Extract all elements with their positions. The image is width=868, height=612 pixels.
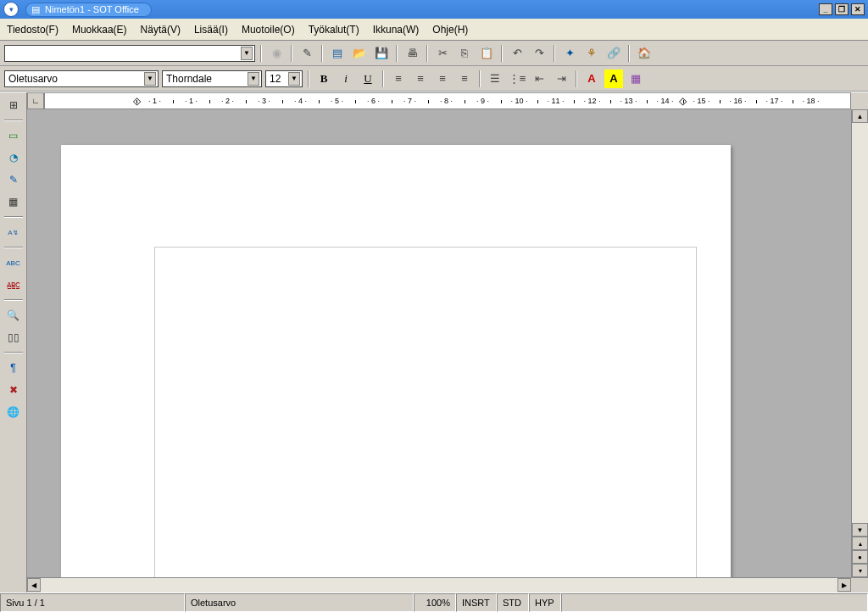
menu-format[interactable]: Muotoile(O) bbox=[242, 24, 295, 36]
save-icon[interactable]: 💾 bbox=[372, 44, 391, 63]
menu-view[interactable]: Näytä(V) bbox=[141, 24, 181, 36]
url-combo[interactable]: ▼ bbox=[4, 45, 255, 62]
gallery-icon[interactable]: 🏠 bbox=[635, 44, 654, 63]
status-selection-mode[interactable]: STD bbox=[497, 593, 529, 612]
draw-functions-icon[interactable]: ✎ bbox=[4, 170, 23, 189]
horizontal-scrollbar[interactable]: ◀ ▶ bbox=[27, 577, 868, 593]
font-size-value: 12 bbox=[270, 73, 281, 85]
cut-icon[interactable]: ✂ bbox=[433, 44, 452, 63]
scroll-right-button[interactable]: ▶ bbox=[837, 578, 851, 592]
menu-bar: Tiedosto(F) Muokkaa(E) Näytä(V) Lisää(I)… bbox=[0, 19, 868, 41]
insert-fields-icon[interactable]: ▭ bbox=[4, 126, 23, 145]
status-bar: Sivu 1 / 1 Oletusarvo 100% INSRT STD HYP bbox=[0, 593, 868, 612]
title-pill: ▤ Nimetön1 - SOT Office bbox=[25, 3, 152, 17]
font-color-button[interactable]: A bbox=[582, 70, 601, 88]
background-color-button[interactable]: ▦ bbox=[626, 70, 645, 88]
hyperlink-icon[interactable]: 🔗 bbox=[604, 44, 623, 63]
align-justify-button[interactable]: ≡ bbox=[455, 70, 474, 88]
paste-icon[interactable]: 📋 bbox=[477, 44, 496, 63]
font-name-combo[interactable]: Thorndale ▼ bbox=[162, 70, 262, 87]
increase-indent-button[interactable]: ⇥ bbox=[552, 70, 570, 88]
online-layout-icon[interactable]: 🌐 bbox=[4, 403, 23, 421]
graphics-onoff-icon[interactable]: ✖ bbox=[4, 381, 23, 399]
status-page: Sivu 1 / 1 bbox=[0, 593, 185, 612]
horizontal-ruler-row: ∟ ◇ ◇ · 1 ·· 1 ·· 2 ·· 3 ·· 4 ·· 5 ·· 6 … bbox=[27, 92, 868, 109]
status-hyphenation[interactable]: HYP bbox=[529, 593, 561, 612]
underline-button[interactable]: U bbox=[359, 70, 377, 88]
window-title: Nimetön1 - SOT Office bbox=[45, 4, 139, 14]
main-toolbar: ▼ ◉ ✎ ▤ 📂 💾 🖶 ✂ ⎘ 📋 ↶ ↷ ✦ ⚘ 🔗 🏠 bbox=[0, 41, 868, 66]
decrease-indent-button[interactable]: ⇤ bbox=[530, 70, 548, 88]
highlight-button[interactable]: A bbox=[604, 70, 623, 88]
menu-help[interactable]: Ohje(H) bbox=[432, 24, 468, 36]
vertical-toolbar: ⊞ ▭ ◔ ✎ ▦ A↯ ABC A̲B̲C̲ 🔍 ▯▯ ¶ ✖ 🌐 bbox=[0, 92, 27, 593]
paragraph-style-combo[interactable]: Oletusarvo ▼ bbox=[4, 70, 159, 87]
menu-insert[interactable]: Lisää(I) bbox=[194, 24, 228, 36]
dropdown-arrow-icon[interactable]: ▼ bbox=[288, 72, 300, 86]
insert-object-icon[interactable]: ◔ bbox=[4, 148, 23, 167]
align-left-button[interactable]: ≡ bbox=[389, 70, 408, 88]
bullet-list-button[interactable]: ⋮≡ bbox=[508, 70, 526, 88]
minimize-button[interactable]: _ bbox=[819, 3, 832, 15]
redo-icon[interactable]: ↷ bbox=[530, 44, 548, 63]
status-zoom[interactable]: 100% bbox=[414, 593, 456, 612]
bold-button[interactable]: B bbox=[314, 70, 333, 88]
new-icon[interactable]: ▤ bbox=[328, 44, 347, 63]
font-name-value: Thorndale bbox=[166, 73, 212, 85]
next-page-button[interactable]: ▾ bbox=[852, 564, 868, 577]
vertical-scrollbar[interactable]: ▲ ▼ ▴ ● ▾ bbox=[851, 109, 868, 577]
undo-icon[interactable]: ↶ bbox=[508, 44, 526, 63]
menu-tools[interactable]: Työkalut(T) bbox=[309, 24, 359, 36]
data-sources-icon[interactable]: ▯▯ bbox=[4, 328, 23, 347]
scroll-up-button[interactable]: ▲ bbox=[852, 109, 868, 123]
text-boundary bbox=[154, 247, 697, 577]
paragraph-style-value: Oletusarvo bbox=[8, 73, 58, 85]
auto-spellcheck-icon[interactable]: A̲B̲C̲ bbox=[4, 275, 23, 294]
spellcheck-icon[interactable]: ABC bbox=[4, 253, 23, 272]
ruler-corner[interactable]: ∟ bbox=[27, 92, 44, 109]
font-size-combo[interactable]: 12 ▼ bbox=[265, 70, 303, 87]
italic-button[interactable]: i bbox=[337, 70, 355, 88]
close-button[interactable]: ✕ bbox=[851, 3, 865, 15]
navigator-icon[interactable]: ✦ bbox=[560, 44, 579, 63]
page[interactable] bbox=[61, 145, 731, 577]
document-icon: ▤ bbox=[31, 4, 40, 15]
status-style[interactable]: Oletusarvo bbox=[185, 593, 414, 612]
find-replace-icon[interactable]: 🔍 bbox=[4, 306, 23, 325]
open-icon[interactable]: 📂 bbox=[350, 44, 369, 63]
numbered-list-button[interactable]: ☰ bbox=[486, 70, 504, 88]
scroll-down-button[interactable]: ▼ bbox=[852, 523, 868, 537]
scroll-left-button[interactable]: ◀ bbox=[27, 578, 41, 592]
menu-file[interactable]: Tiedosto(F) bbox=[7, 24, 58, 36]
maximize-button[interactable]: ❐ bbox=[835, 3, 849, 15]
insert-table-icon[interactable]: ⊞ bbox=[4, 96, 23, 114]
dropdown-arrow-icon[interactable]: ▼ bbox=[241, 47, 253, 60]
print-icon[interactable]: 🖶 bbox=[403, 44, 421, 63]
edit-file-icon[interactable]: ✎ bbox=[298, 44, 316, 63]
copy-icon[interactable]: ⎘ bbox=[455, 44, 474, 63]
prev-page-button[interactable]: ▴ bbox=[852, 537, 868, 550]
align-center-button[interactable]: ≡ bbox=[411, 70, 430, 88]
status-insert-mode[interactable]: INSRT bbox=[456, 593, 497, 612]
nonprinting-chars-icon[interactable]: ¶ bbox=[4, 359, 23, 377]
format-toolbar: Oletusarvo ▼ Thorndale ▼ 12 ▼ B i U ≡ ≡ … bbox=[0, 66, 868, 92]
title-bar: ▾ ▤ Nimetön1 - SOT Office _ ❐ ✕ bbox=[0, 0, 868, 19]
horizontal-ruler[interactable]: ◇ ◇ · 1 ·· 1 ·· 2 ·· 3 ·· 4 ·· 5 ·· 6 ··… bbox=[44, 92, 851, 109]
menu-edit[interactable]: Muokkaa(E) bbox=[72, 24, 127, 36]
menu-window[interactable]: Ikkuna(W) bbox=[373, 24, 420, 36]
align-right-button[interactable]: ≡ bbox=[433, 70, 452, 88]
stylist-icon[interactable]: ⚘ bbox=[582, 44, 601, 63]
system-menu-icon[interactable]: ▾ bbox=[3, 2, 19, 17]
navigation-button[interactable]: ● bbox=[852, 550, 868, 564]
form-functions-icon[interactable]: ▦ bbox=[4, 192, 23, 211]
autotext-icon[interactable]: A↯ bbox=[4, 223, 23, 242]
stop-icon[interactable]: ◉ bbox=[267, 44, 286, 63]
dropdown-arrow-icon[interactable]: ▼ bbox=[144, 72, 156, 86]
status-extra bbox=[561, 593, 868, 612]
dropdown-arrow-icon[interactable]: ▼ bbox=[248, 72, 259, 86]
document-view[interactable] bbox=[27, 109, 851, 577]
